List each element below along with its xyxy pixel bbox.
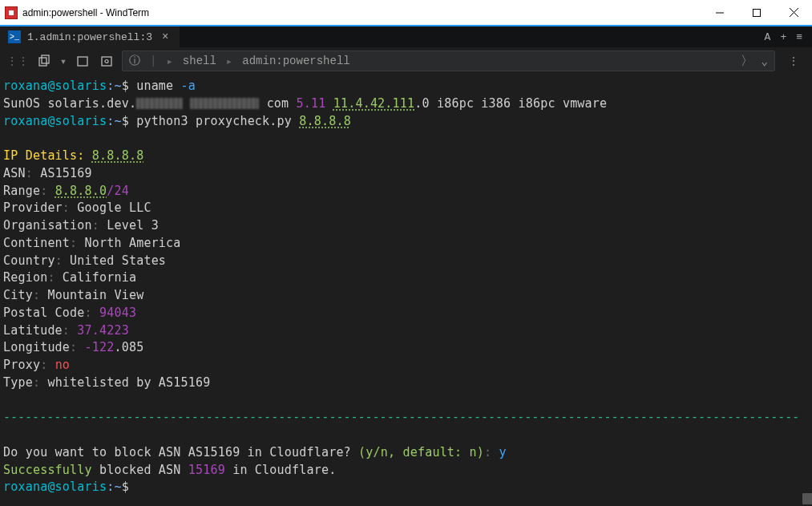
tab-label: 1.admin:powershell:3	[27, 31, 152, 43]
divider-line: ----------------------------------------…	[3, 410, 799, 424]
breadcrumb-seg[interactable]: shell	[183, 55, 216, 67]
prompt-dollar: $	[122, 114, 129, 128]
prompt-userhost: roxana@solaris	[3, 114, 107, 128]
country-value: United States	[70, 253, 166, 268]
type-value: whitelisted by AS15169	[47, 375, 210, 390]
toolbar: ⋮⋮ ▾ ⓘ | ▸ shell ▸ admin:powershell 〉 ⌄ …	[0, 47, 812, 75]
maximize-button[interactable]	[738, 0, 775, 25]
details-header-ip: 8.8.8.8	[92, 148, 144, 163]
question-hint: (y/n, default: n)	[358, 445, 484, 459]
svg-rect-4	[39, 58, 46, 66]
city-value: Mountain View	[47, 288, 143, 302]
scrollbar-thumb[interactable]	[802, 493, 812, 504]
lat-value: 37.4223	[77, 323, 129, 338]
command-flag: -a	[181, 79, 196, 93]
lon-neg: -122	[85, 340, 115, 354]
org-key: Organisation	[3, 218, 92, 233]
provider-value: Google LLC	[77, 200, 151, 215]
tab-session[interactable]: >_ 1.admin:powershell:3 ×	[0, 26, 180, 47]
forward-icon[interactable]: 〉	[741, 53, 753, 70]
tab-close-button[interactable]: ×	[159, 30, 172, 43]
app-icon	[5, 6, 18, 19]
info-icon[interactable]: ⓘ	[129, 54, 140, 68]
svg-rect-5	[42, 55, 49, 63]
tab-menu-button[interactable]: ≡	[796, 31, 802, 43]
prompt-dollar: $	[122, 79, 129, 93]
new-tab-button[interactable]: +	[780, 31, 786, 43]
chevron-right-icon: ▸	[226, 55, 232, 68]
terminal-output[interactable]: roxana@solaris:~$ uname -a SunOS solaris…	[0, 75, 812, 503]
result-text: in Cloudflare.	[225, 463, 336, 477]
svg-rect-1	[753, 9, 761, 16]
success-word: Successfully	[3, 463, 92, 477]
range-key: Range	[3, 184, 40, 198]
new-window-icon[interactable]	[74, 52, 91, 70]
prompt-userhost: roxana@solaris	[3, 79, 107, 93]
more-icon[interactable]: ⋮	[782, 55, 806, 68]
asn-value: AS15169	[40, 166, 92, 180]
region-key: Region	[3, 270, 47, 285]
proxy-key: Proxy	[3, 358, 40, 372]
city-key: City	[3, 288, 33, 302]
command-text: uname	[136, 79, 173, 93]
minimize-button[interactable]	[701, 0, 738, 25]
question-text: Do you want to block ASN AS15169 in Clou…	[3, 445, 351, 459]
postal-value: 94043	[99, 306, 136, 320]
chevron-right-icon: ▸	[166, 55, 172, 68]
asn-key: ASN	[3, 166, 26, 180]
lon-key: Longitude	[3, 340, 70, 354]
org-value: Level 3	[107, 218, 159, 233]
tabstrip: >_ 1.admin:powershell:3 × A + ≡	[0, 25, 812, 47]
ip-argument: 8.8.8.8	[299, 114, 351, 128]
prompt-userhost: roxana@solaris	[3, 480, 107, 494]
close-button[interactable]	[775, 0, 812, 25]
prompt-dollar: $	[122, 480, 129, 494]
prompt-path: :~	[107, 79, 121, 93]
redacted-text	[190, 98, 259, 109]
copy-icon[interactable]	[35, 52, 53, 70]
breadcrumb-seg[interactable]: admin:powershell	[242, 55, 349, 67]
country-key: Country	[3, 253, 55, 268]
type-key: Type	[3, 375, 33, 390]
svg-rect-6	[78, 57, 87, 66]
window-controls	[701, 0, 812, 25]
prompt-path: :~	[107, 480, 121, 494]
breadcrumb-bar[interactable]: ⓘ | ▸ shell ▸ admin:powershell 〉 ⌄	[122, 51, 775, 71]
details-header-key: IP Details	[3, 148, 77, 163]
redacted-text	[136, 98, 183, 109]
drag-handle-icon[interactable]: ⋮⋮	[6, 55, 29, 68]
proxy-value: no	[55, 358, 70, 372]
settings-icon[interactable]	[98, 52, 115, 70]
lon-rest: .085	[114, 340, 143, 354]
svg-point-8	[105, 60, 108, 63]
window-title: admin:powershell - WindTerm	[22, 7, 149, 18]
titlebar: admin:powershell - WindTerm	[0, 0, 812, 25]
postal-key: Postal Code	[3, 306, 85, 320]
continent-value: North America	[85, 236, 181, 250]
font-indicator[interactable]: A	[765, 31, 771, 43]
uname-output: SunOS solaris.dev. com 5.11 11.4.42.111.…	[3, 96, 607, 111]
range-ip: 8.8.8.0	[55, 184, 107, 198]
region-value: California	[63, 270, 136, 285]
dropdown-icon[interactable]: ▾	[59, 52, 67, 70]
question-answer: y	[499, 445, 507, 459]
continent-key: Continent	[3, 236, 70, 250]
result-asn: 15169	[188, 463, 225, 477]
command-text: python3 proxycheck.py	[136, 114, 292, 128]
svg-rect-7	[102, 57, 111, 66]
range-cidr: /24	[107, 184, 129, 198]
chevron-down-icon[interactable]: ⌄	[762, 55, 768, 68]
provider-key: Provider	[3, 200, 63, 215]
result-text: blocked ASN	[92, 463, 188, 477]
powershell-icon: >_	[8, 30, 21, 43]
prompt-path: :~	[107, 114, 121, 128]
lat-key: Latitude	[3, 323, 63, 338]
